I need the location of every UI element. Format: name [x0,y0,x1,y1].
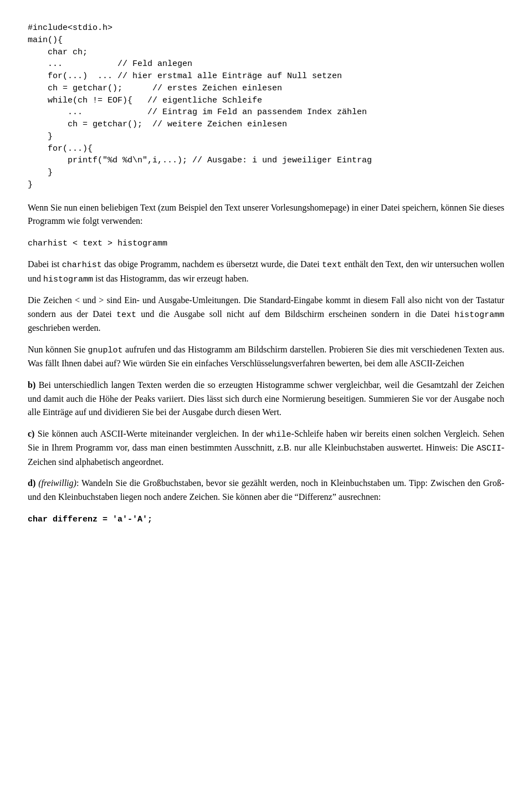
page-content: #include<stdio.h> main(){ char ch; ... /… [28,22,504,526]
text-inline: text [116,310,136,320]
ascii-code: ASCII [477,444,502,453]
histogramm-inline: histogramm [454,310,504,320]
charhist-code: charhist [62,260,102,270]
code-block: #include<stdio.h> main(){ char ch; ... /… [28,22,504,191]
paragraph-intro: Wenn Sie nun einen beliebigen Text (zum … [28,201,504,229]
paragraph-d: d) (freiwillig): Wandeln Sie die Großbuc… [28,477,504,504]
freiwillig-text: (freiwillig) [38,478,76,488]
while-code: while [267,430,291,439]
label-c: c) [28,429,34,438]
prose-section: Wenn Sie nun einen beliebigen Text (zum … [28,201,504,526]
paragraph-c: c) Sie können auch ASCII-Werte miteinand… [28,427,504,469]
command-line: charhist < text > histogramm [28,236,504,250]
label-b: b) [28,380,35,390]
histogramm-code: histogramm [43,275,93,284]
gnuplot-code: gnuplot [88,346,123,355]
differenz-code: char differenz = 'a'-'A'; [28,515,152,524]
label-d: d) [28,478,35,488]
command-code: charhist < text > histogramm [28,239,167,248]
paragraph-charhist: Dabei ist charhist das obige Programm, n… [28,258,504,286]
text-code: text [322,260,342,270]
paragraph-redirections: Die Zeichen < und > sind Ein- und Ausgab… [28,294,504,335]
paragraph-gnuplot: Nun können Sie gnuplot aufrufen und das … [28,343,504,371]
paragraph-b: b) Bei unterschiedlich langen Texten wer… [28,378,504,420]
last-code-line: char differenz = 'a'-'A'; [28,512,504,526]
